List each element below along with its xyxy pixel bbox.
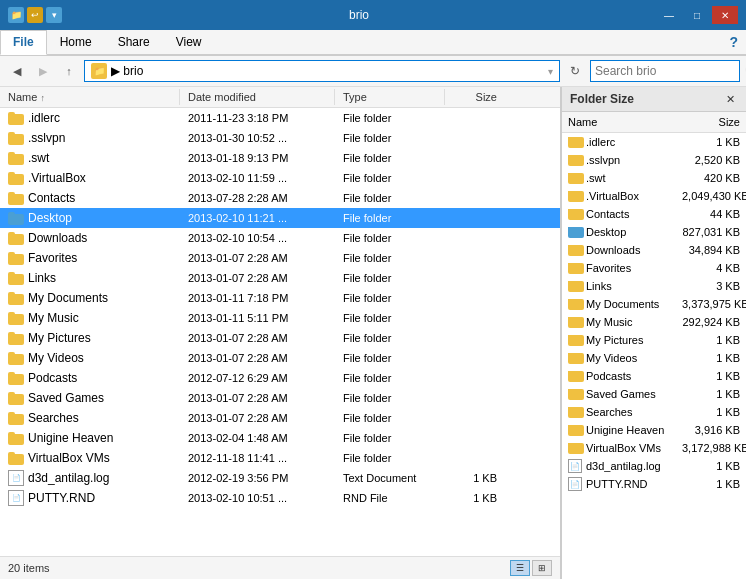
table-row[interactable]: Searches 2013-01-07 2:28 AM File folder bbox=[0, 408, 560, 428]
folder-icon bbox=[8, 212, 24, 225]
folder-icon bbox=[568, 425, 582, 436]
panel-row[interactable]: .VirtualBox 2,049,430 KB bbox=[562, 187, 746, 205]
table-row[interactable]: Links 2013-01-07 2:28 AM File folder bbox=[0, 268, 560, 288]
panel-item-size: 2,520 KB bbox=[676, 153, 746, 167]
panel-row[interactable]: Unigine Heaven 3,916 KB bbox=[562, 421, 746, 439]
panel-row[interactable]: .swt 420 KB bbox=[562, 169, 746, 187]
panel-row[interactable]: My Videos 1 KB bbox=[562, 349, 746, 367]
panel-row[interactable]: My Music 292,924 KB bbox=[562, 313, 746, 331]
tab-share[interactable]: Share bbox=[105, 30, 163, 54]
panel-row[interactable]: Saved Games 1 KB bbox=[562, 385, 746, 403]
search-input[interactable] bbox=[595, 64, 745, 78]
table-row[interactable]: My Music 2013-01-11 5:11 PM File folder bbox=[0, 308, 560, 328]
panel-row[interactable]: My Pictures 1 KB bbox=[562, 331, 746, 349]
panel-row[interactable]: My Documents 3,373,975 KB bbox=[562, 295, 746, 313]
panel-row[interactable]: 📄PUTTY.RND 1 KB bbox=[562, 475, 746, 493]
up-button[interactable]: ↑ bbox=[58, 60, 80, 82]
file-size bbox=[445, 397, 505, 399]
folder-icon bbox=[568, 443, 582, 454]
file-date: 2013-01-07 2:28 AM bbox=[180, 351, 335, 365]
table-row[interactable]: .sslvpn 2013-01-30 10:52 ... File folder bbox=[0, 128, 560, 148]
maximize-button[interactable]: □ bbox=[684, 6, 710, 24]
col-header-size[interactable]: Size bbox=[445, 89, 505, 105]
file-date: 2013-07-28 2:28 AM bbox=[180, 191, 335, 205]
file-size bbox=[445, 157, 505, 159]
file-name: VirtualBox VMs bbox=[0, 450, 180, 466]
search-box[interactable]: 🔍 bbox=[590, 60, 740, 82]
table-row[interactable]: Desktop 2013-02-10 11:21 ... File folder bbox=[0, 208, 560, 228]
file-date: 2013-01-11 7:18 PM bbox=[180, 291, 335, 305]
panel-item-size: 420 KB bbox=[676, 171, 746, 185]
panel-list: .idlerc 1 KB .sslvpn 2,520 KB .swt 420 K… bbox=[562, 133, 746, 579]
file-name: My Documents bbox=[0, 290, 180, 306]
path-dropdown-arrow[interactable]: ▾ bbox=[548, 66, 553, 77]
file-name: My Pictures bbox=[0, 330, 180, 346]
tab-file[interactable]: File bbox=[0, 30, 47, 55]
table-row[interactable]: My Pictures 2013-01-07 2:28 AM File fold… bbox=[0, 328, 560, 348]
panel-row[interactable]: .idlerc 1 KB bbox=[562, 133, 746, 151]
panel-row[interactable]: Desktop 827,031 KB bbox=[562, 223, 746, 241]
file-date: 2013-01-18 9:13 PM bbox=[180, 151, 335, 165]
table-row[interactable]: Saved Games 2013-01-07 2:28 AM File fold… bbox=[0, 388, 560, 408]
tab-home[interactable]: Home bbox=[47, 30, 105, 54]
table-row[interactable]: VirtualBox VMs 2012-11-18 11:41 ... File… bbox=[0, 448, 560, 468]
table-row[interactable]: Downloads 2013-02-10 10:54 ... File fold… bbox=[0, 228, 560, 248]
title-bar: 📁 ↩ ▾ brio — □ ✕ bbox=[0, 0, 746, 30]
table-row[interactable]: Podcasts 2012-07-12 6:29 AM File folder bbox=[0, 368, 560, 388]
tab-view[interactable]: View bbox=[163, 30, 215, 54]
file-name: Contacts bbox=[0, 190, 180, 206]
refresh-button[interactable]: ↻ bbox=[564, 60, 586, 82]
table-row[interactable]: .swt 2013-01-18 9:13 PM File folder bbox=[0, 148, 560, 168]
panel-row[interactable]: VirtualBox VMs 3,172,988 KB bbox=[562, 439, 746, 457]
file-list: .idlerc 2011-11-23 3:18 PM File folder .… bbox=[0, 108, 560, 556]
list-view-button[interactable]: ⊞ bbox=[532, 560, 552, 576]
quick-access-icon2: ↩ bbox=[27, 7, 43, 23]
table-row[interactable]: Contacts 2013-07-28 2:28 AM File folder bbox=[0, 188, 560, 208]
file-name: 📄PUTTY.RND bbox=[0, 489, 180, 507]
folder-icon bbox=[568, 191, 582, 202]
table-row[interactable]: My Videos 2013-01-07 2:28 AM File folder bbox=[0, 348, 560, 368]
panel-row[interactable]: Links 3 KB bbox=[562, 277, 746, 295]
panel-item-name: .idlerc bbox=[562, 135, 676, 149]
panel-col-header-name[interactable]: Name bbox=[562, 114, 676, 130]
file-name: Unigine Heaven bbox=[0, 430, 180, 446]
minimize-button[interactable]: — bbox=[656, 6, 682, 24]
panel-row[interactable]: Contacts 44 KB bbox=[562, 205, 746, 223]
col-header-date[interactable]: Date modified bbox=[180, 89, 335, 105]
panel-row[interactable]: Downloads 34,894 KB bbox=[562, 241, 746, 259]
file-name: Favorites bbox=[0, 250, 180, 266]
help-icon[interactable]: ? bbox=[721, 30, 746, 54]
file-size bbox=[445, 177, 505, 179]
panel-row[interactable]: .sslvpn 2,520 KB bbox=[562, 151, 746, 169]
panel-row[interactable]: Podcasts 1 KB bbox=[562, 367, 746, 385]
panel-item-size: 1 KB bbox=[676, 405, 746, 419]
file-type: RND File bbox=[335, 491, 445, 505]
table-row[interactable]: Unigine Heaven 2013-02-04 1:48 AM File f… bbox=[0, 428, 560, 448]
file-date: 2013-02-04 1:48 AM bbox=[180, 431, 335, 445]
panel-close-button[interactable]: ✕ bbox=[722, 91, 738, 107]
panel-row[interactable]: Favorites 4 KB bbox=[562, 259, 746, 277]
panel-row[interactable]: 📄d3d_antilag.log 1 KB bbox=[562, 457, 746, 475]
col-header-type[interactable]: Type bbox=[335, 89, 445, 105]
table-row[interactable]: My Documents 2013-01-11 7:18 PM File fol… bbox=[0, 288, 560, 308]
col-header-name[interactable]: Name ↑ bbox=[0, 89, 180, 105]
file-size bbox=[445, 337, 505, 339]
file-size bbox=[445, 437, 505, 439]
close-button[interactable]: ✕ bbox=[712, 6, 738, 24]
table-row[interactable]: .idlerc 2011-11-23 3:18 PM File folder bbox=[0, 108, 560, 128]
panel-row[interactable]: Searches 1 KB bbox=[562, 403, 746, 421]
table-row[interactable]: Favorites 2013-01-07 2:28 AM File folder bbox=[0, 248, 560, 268]
panel-item-size: 1 KB bbox=[676, 369, 746, 383]
table-row[interactable]: 📄PUTTY.RND 2013-02-10 10:51 ... RND File… bbox=[0, 488, 560, 508]
details-view-button[interactable]: ☰ bbox=[510, 560, 530, 576]
back-button[interactable]: ◀ bbox=[6, 60, 28, 82]
forward-button[interactable]: ▶ bbox=[32, 60, 54, 82]
file-name: .idlerc bbox=[0, 110, 180, 126]
panel-item-size: 292,924 KB bbox=[676, 315, 746, 329]
address-path[interactable]: 📁 ▶ brio ▾ bbox=[84, 60, 560, 82]
file-type: File folder bbox=[335, 371, 445, 385]
panel-col-header-size[interactable]: Size bbox=[676, 114, 746, 130]
table-row[interactable]: 📄d3d_antilag.log 2012-02-19 3:56 PM Text… bbox=[0, 468, 560, 488]
panel-item-size: 3,916 KB bbox=[676, 423, 746, 437]
table-row[interactable]: .VirtualBox 2013-02-10 11:59 ... File fo… bbox=[0, 168, 560, 188]
